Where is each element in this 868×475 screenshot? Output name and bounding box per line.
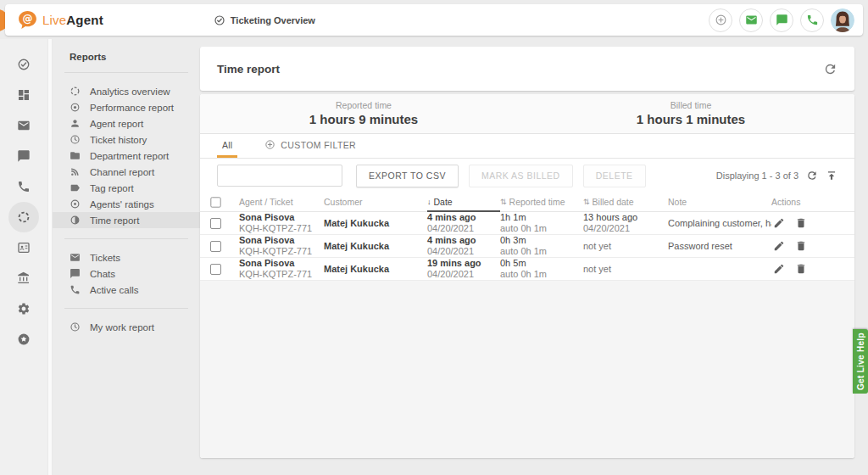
sidebar-item-analytics-overview[interactable]: Analytics overview xyxy=(53,83,200,99)
nav-ticketing-overview[interactable]: Ticketing Overview xyxy=(214,14,315,26)
cell-secondary: 04/20/2021 xyxy=(427,223,500,234)
stat-label: Reported time xyxy=(200,100,527,110)
sidebar-item-my-work-report[interactable]: My work report xyxy=(53,319,200,335)
cell-primary: 1h 1m xyxy=(500,212,583,223)
person-icon xyxy=(70,118,81,129)
search-input[interactable] xyxy=(217,165,342,187)
bank-icon xyxy=(17,271,31,285)
rail-item-help[interactable] xyxy=(8,324,39,355)
column-header-date[interactable]: ↓Date xyxy=(427,193,500,212)
chat-icon xyxy=(70,268,81,279)
delete-button[interactable]: DELETE xyxy=(583,165,646,187)
rail-item-customers[interactable] xyxy=(8,232,39,263)
sidebar-item-department-report[interactable]: Department report xyxy=(53,148,200,164)
delete-icon[interactable] xyxy=(795,217,807,229)
check-circle-icon xyxy=(17,58,31,71)
sidebar-item-agent-report[interactable]: Agent report xyxy=(53,115,200,131)
column-label: Agent / Ticket xyxy=(239,197,293,207)
row-checkbox[interactable] xyxy=(210,241,221,252)
sidebar-item-agents-ratings[interactable]: Agents' ratings xyxy=(53,196,200,212)
edit-icon[interactable] xyxy=(773,240,785,252)
cell-primary: Matej Kukucka xyxy=(324,264,427,275)
row-actions xyxy=(771,240,844,252)
refresh-list-icon[interactable] xyxy=(806,170,818,182)
delete-icon[interactable] xyxy=(795,263,807,275)
sidebar-item-tag-report[interactable]: Tag report xyxy=(53,180,200,196)
tab-custom-filter[interactable]: CUSTOM FILTER xyxy=(259,134,361,158)
filter-tabs: All CUSTOM FILTER xyxy=(200,134,854,159)
sidebar-item-active-calls[interactable]: Active calls xyxy=(53,282,200,298)
row-checkbox[interactable] xyxy=(210,218,221,229)
new-ticket-button[interactable] xyxy=(739,8,763,32)
cell-primary: Matej Kukucka xyxy=(324,218,427,229)
table-empty-area xyxy=(200,281,854,458)
row-checkbox[interactable] xyxy=(210,264,221,275)
plus-circle-icon xyxy=(264,139,275,150)
sidebar-item-label: Time report xyxy=(90,215,139,226)
cell-primary: 4 mins ago xyxy=(427,212,500,223)
edit-icon[interactable] xyxy=(773,217,785,229)
tab-all[interactable]: All xyxy=(217,134,237,158)
cell-primary: Matej Kukucka xyxy=(324,241,427,252)
sidebar-item-label: Department report xyxy=(90,151,169,161)
sidebar-item-label: Chats xyxy=(90,269,115,279)
stat-reported-time: Reported time 1 hours 9 minutes xyxy=(200,100,527,126)
tab-label: CUSTOM FILTER xyxy=(281,140,356,150)
rail-item-billing[interactable] xyxy=(8,263,39,293)
divider xyxy=(64,238,188,239)
edit-icon[interactable] xyxy=(773,263,785,275)
sidebar-item-tickets[interactable]: Tickets xyxy=(53,249,200,265)
gear-icon xyxy=(17,302,31,316)
column-header-actions[interactable]: Actions xyxy=(771,193,844,211)
select-all-checkbox[interactable] xyxy=(210,197,220,207)
stat-label: Billed time xyxy=(527,100,854,110)
row-actions xyxy=(771,217,844,229)
refresh-icon[interactable] xyxy=(823,62,837,76)
new-call-button[interactable] xyxy=(800,8,824,32)
sidebar-item-channel-report[interactable]: Channel report xyxy=(53,164,200,180)
rail-item-dashboard[interactable] xyxy=(8,80,39,110)
cell-secondary: 04/20/2021 xyxy=(427,246,500,257)
billed-status: not yet xyxy=(583,241,668,251)
rail-item-chats[interactable] xyxy=(8,141,39,171)
mark-as-billed-button[interactable]: MARK AS BILLED xyxy=(469,165,573,187)
topbar-actions xyxy=(709,8,854,32)
dashed-circle-icon xyxy=(70,86,81,97)
column-header-billed-date[interactable]: ⇅Billed date xyxy=(583,193,668,211)
table-row[interactable]: Sona PisovaKQH-KQTPZ-771Matej Kukucka4 m… xyxy=(200,235,854,258)
cell-secondary: auto 0h 1m xyxy=(500,223,583,234)
column-header-agent-ticket[interactable]: Agent / Ticket xyxy=(239,193,324,211)
table-row[interactable]: Sona PisovaKQH-KQTPZ-771Matej Kukucka4 m… xyxy=(200,212,854,235)
liveagent-logo[interactable]: @ LiveAgent xyxy=(17,9,103,31)
rail-item-tickets[interactable] xyxy=(8,110,39,141)
rail-item-calls[interactable] xyxy=(8,171,39,202)
summary-stats: Reported time 1 hours 9 minutes Billed t… xyxy=(200,94,854,134)
profile-button[interactable] xyxy=(831,8,854,32)
sidebar-item-ticket-history[interactable]: Ticket history xyxy=(53,131,200,148)
column-header-note[interactable]: Note xyxy=(668,193,771,211)
sidebar-item-time-report[interactable]: Time report xyxy=(53,212,200,228)
rail-item-configuration[interactable] xyxy=(8,293,39,324)
table-toolbar: EXPORT TO CSVMARK AS BILLEDDELETE Displa… xyxy=(200,159,854,193)
rail-item-to-solve[interactable] xyxy=(8,49,39,80)
sidebar-item-chats[interactable]: Chats xyxy=(53,265,200,282)
sort-icon: ⇅ xyxy=(500,198,507,206)
column-label: Customer xyxy=(324,197,363,207)
sidebar-item-label: Agents' ratings xyxy=(90,199,154,210)
sidebar-item-performance-report[interactable]: Performance report xyxy=(53,99,200,115)
delete-icon[interactable] xyxy=(795,240,807,252)
rail-item-reports[interactable] xyxy=(8,202,39,232)
table-row[interactable]: Sona PisovaKQH-KQTPZ-771Matej Kukucka19 … xyxy=(200,258,854,281)
export-to-csv-button[interactable]: EXPORT TO CSV xyxy=(356,165,459,187)
column-header-customer[interactable]: Customer xyxy=(324,193,427,211)
get-live-help-tab[interactable]: Get Live Help xyxy=(853,329,868,394)
half-circle-icon xyxy=(70,215,81,226)
circle-dot-icon xyxy=(70,198,81,210)
cell-primary: 13 hours ago xyxy=(583,212,668,223)
tab-label: All xyxy=(222,140,232,150)
column-header-reported-time[interactable]: ⇅Reported time xyxy=(500,193,583,211)
add-button[interactable] xyxy=(709,8,732,32)
new-chat-button[interactable] xyxy=(770,8,793,32)
scroll-top-icon[interactable] xyxy=(826,170,837,182)
phone-icon xyxy=(70,284,81,295)
